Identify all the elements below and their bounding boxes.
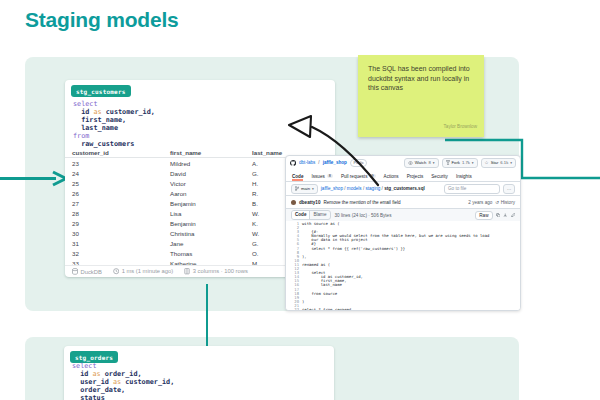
fork-count: 1.7k bbox=[462, 160, 470, 165]
github-repo-header: dbt-labs / jaffle_shop Public Watch 8 ▾ … bbox=[286, 156, 520, 169]
star-icon: ☆ bbox=[485, 160, 489, 165]
repo-name-link[interactable]: jaffle_shop bbox=[323, 160, 347, 165]
table-cell: 29 bbox=[65, 218, 170, 228]
model-badge[interactable]: stg_customers bbox=[71, 85, 131, 97]
chevron-down-icon: ▾ bbox=[312, 187, 314, 191]
github-tab-bar: CodeIssues8Pull requests9ActionsProjects… bbox=[286, 169, 520, 182]
table-cell: 23 bbox=[65, 158, 170, 169]
shape-item: 3 columns · 100 rows bbox=[184, 268, 248, 274]
table-cell: Benjamin bbox=[170, 198, 252, 208]
sticky-note-author: Taylor Brownlow bbox=[444, 122, 477, 132]
watch-count: 8 bbox=[428, 160, 430, 165]
tab-security[interactable]: Security bbox=[431, 174, 448, 182]
history-icon: ↺ bbox=[495, 200, 499, 205]
copy-icon[interactable] bbox=[496, 213, 501, 218]
star-count: 6.1k bbox=[500, 160, 508, 165]
branch-selector[interactable]: main ▾ bbox=[291, 184, 318, 194]
table-cell: 32 bbox=[65, 248, 170, 258]
table-cell: 27 bbox=[65, 198, 170, 208]
chevron-down-icon: ▾ bbox=[472, 161, 474, 165]
sql-line: raw_customers bbox=[73, 140, 155, 148]
download-icon[interactable] bbox=[503, 213, 508, 218]
repo-separator: / bbox=[318, 160, 319, 165]
table-cell: Thomas bbox=[170, 248, 252, 258]
sql-line: select bbox=[72, 362, 174, 370]
github-embed[interactable]: dbt-labs / jaffle_shop Public Watch 8 ▾ … bbox=[285, 155, 521, 311]
sql-line: last_name bbox=[73, 124, 155, 132]
page-title: Staging models bbox=[25, 8, 179, 32]
tab-code[interactable]: Code bbox=[292, 174, 303, 182]
raw-button[interactable]: Raw bbox=[475, 211, 492, 220]
file-info: 30 lines (24 loc) · 506 Bytes bbox=[335, 213, 392, 218]
sql-line: first_name, bbox=[73, 116, 155, 124]
sql-code[interactable]: select id as customer_id, first_name, la… bbox=[73, 100, 155, 148]
sticky-note-text: The SQL has been compiled into duckdbt s… bbox=[368, 64, 474, 93]
sql-line: status bbox=[72, 394, 174, 400]
timing-item: 1 ms (1 minute ago) bbox=[113, 268, 173, 274]
tab-issues[interactable]: Issues8 bbox=[311, 174, 332, 182]
columns-icon bbox=[184, 268, 190, 274]
table-cell: 24 bbox=[65, 168, 170, 178]
commit-author[interactable]: dbeatty10 bbox=[299, 200, 320, 205]
code-blame-toggle[interactable]: Code Blame bbox=[291, 210, 331, 220]
breadcrumb-link[interactable]: models bbox=[347, 186, 362, 191]
sql-code[interactable]: select id as order_id, user_id as custom… bbox=[72, 362, 174, 400]
code-toggle[interactable]: Code bbox=[292, 211, 310, 219]
table-cell: 31 bbox=[65, 238, 170, 248]
table-cell: Mildred bbox=[170, 158, 252, 169]
tab-count-badge: 9 bbox=[369, 174, 375, 178]
github-logo-icon bbox=[290, 160, 296, 166]
table-cell: Aaron bbox=[170, 188, 252, 198]
table-cell: 28 bbox=[65, 208, 170, 218]
go-to-file-input[interactable]: Go to file bbox=[444, 184, 500, 194]
sql-line: id as customer_id, bbox=[73, 108, 155, 116]
tab-pull-requests[interactable]: Pull requests9 bbox=[341, 174, 376, 182]
pencil-icon[interactable] bbox=[511, 213, 516, 218]
table-cell: 25 bbox=[65, 178, 170, 188]
chevron-down-icon: ▾ bbox=[433, 161, 435, 165]
breadcrumb-link[interactable]: staging bbox=[365, 186, 380, 191]
table-cell: Benjamin bbox=[170, 218, 252, 228]
star-button[interactable]: ☆ Star 6.1k ▾ bbox=[481, 158, 516, 168]
breadcrumb-file: stg_customers.sql bbox=[384, 186, 425, 191]
repo-owner-link[interactable]: dbt-labs bbox=[299, 160, 315, 165]
sql-line: order_date, bbox=[72, 386, 174, 394]
column-header: customer_id bbox=[65, 148, 170, 158]
kebab-menu-button[interactable]: … bbox=[503, 184, 515, 194]
sql-line: id as order_id, bbox=[72, 370, 174, 378]
tab-projects[interactable]: Projects bbox=[407, 174, 424, 182]
fork-icon bbox=[446, 160, 450, 165]
file-meta-bar: Code Blame 30 lines (24 loc) · 506 Bytes… bbox=[286, 208, 520, 221]
sql-line: from bbox=[73, 132, 155, 140]
line-number[interactable]: 22 bbox=[286, 308, 302, 311]
branch-icon bbox=[295, 186, 299, 191]
stg-orders-card[interactable]: stg_orders select id as order_id, user_i… bbox=[64, 346, 334, 400]
fork-button[interactable]: Fork 1.7k ▾ bbox=[442, 158, 478, 168]
table-cell: Jane bbox=[170, 238, 252, 248]
tab-actions[interactable]: Actions bbox=[384, 174, 399, 182]
table-cell: David bbox=[170, 168, 252, 178]
database-icon bbox=[72, 268, 78, 275]
code-line: 22select * from renamed bbox=[286, 308, 520, 311]
column-header: first_name bbox=[170, 148, 252, 158]
clock-icon bbox=[113, 268, 119, 274]
table-cell: 30 bbox=[65, 228, 170, 238]
visibility-badge: Public bbox=[350, 159, 368, 167]
chevron-down-icon: ▾ bbox=[510, 161, 512, 165]
tab-insights[interactable]: Insights bbox=[456, 174, 472, 182]
watch-button[interactable]: Watch 8 ▾ bbox=[404, 158, 439, 168]
avatar[interactable] bbox=[291, 200, 296, 205]
breadcrumb: jaffle_shop / models / staging / stg_cus… bbox=[321, 186, 425, 191]
table-cell: Lisa bbox=[170, 208, 252, 218]
blame-toggle[interactable]: Blame bbox=[310, 211, 329, 219]
history-button[interactable]: ↺ History bbox=[495, 200, 515, 205]
table-cell: 26 bbox=[65, 188, 170, 198]
commit-time: 2 years ago bbox=[468, 200, 492, 205]
commit-message[interactable]: Remove the mention of the email field bbox=[323, 200, 400, 205]
github-file-nav: main ▾ jaffle_shop / models / staging / … bbox=[286, 182, 520, 195]
breadcrumb-link[interactable]: jaffle_shop bbox=[321, 186, 343, 191]
table-cell: Victor bbox=[170, 178, 252, 188]
eye-icon bbox=[408, 161, 413, 165]
sticky-note[interactable]: The SQL has been compiled into duckdbt s… bbox=[358, 55, 484, 137]
code-viewer[interactable]: 1with source as (2 3 {#-4 Normally we wo… bbox=[286, 221, 520, 311]
